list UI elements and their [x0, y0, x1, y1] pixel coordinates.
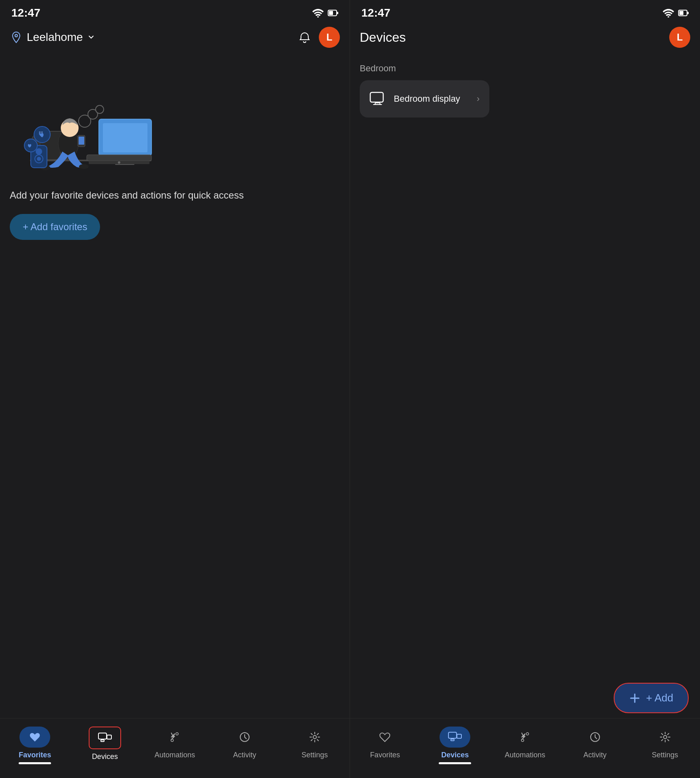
svg-rect-49	[448, 732, 457, 738]
right-nav-automations[interactable]: Automations	[490, 723, 560, 763]
right-nav-automations-label: Automations	[505, 751, 545, 759]
right-battery-icon	[678, 10, 689, 16]
left-nav-activity[interactable]: Activity	[210, 723, 280, 763]
right-nav-activity-label: Activity	[583, 751, 606, 759]
wifi-icon	[312, 9, 324, 17]
svg-point-56	[664, 735, 667, 739]
right-nav-settings[interactable]: Settings	[630, 723, 700, 763]
activity-icon	[238, 731, 251, 744]
right-nav-devices-label: Devices	[441, 751, 469, 759]
device-name: Bedroom display	[394, 93, 460, 105]
right-avatar[interactable]: L	[669, 27, 690, 48]
svg-point-28	[37, 157, 41, 161]
svg-point-4	[15, 34, 17, 37]
left-nav-devices[interactable]: Devices	[70, 723, 140, 764]
left-nav-settings[interactable]: Settings	[280, 723, 350, 763]
right-nav-devices[interactable]: Devices	[420, 723, 490, 763]
right-bottom-nav: Favorites Devices	[350, 718, 700, 778]
right-time: 12:47	[361, 6, 391, 19]
svg-rect-43	[687, 12, 689, 14]
right-activity-icon	[589, 731, 602, 744]
left-avatar[interactable]: L	[319, 27, 340, 48]
right-page-title: Devices	[360, 30, 406, 45]
left-time: 12:47	[11, 6, 41, 19]
svg-rect-2	[329, 11, 333, 15]
left-header: Leelahome L	[0, 23, 350, 52]
right-status-bar: 12:47	[350, 0, 700, 23]
settings-icon	[308, 731, 321, 744]
svg-rect-34	[101, 740, 104, 742]
favorites-icon	[28, 731, 41, 744]
left-status-icons	[312, 9, 338, 17]
svg-rect-10	[87, 155, 152, 161]
location-pin-icon	[10, 31, 23, 44]
right-favorites-icon	[378, 731, 391, 744]
device-info: Bedroom display	[369, 92, 460, 106]
svg-point-54	[521, 739, 524, 742]
svg-rect-24	[79, 137, 84, 145]
bell-icon[interactable]	[299, 31, 311, 43]
automations-icon-container	[159, 727, 190, 748]
left-nav-favorites[interactable]: Favorites	[0, 723, 70, 763]
settings-icon-container	[299, 727, 330, 748]
right-nav-favorites[interactable]: Favorites	[350, 723, 420, 763]
svg-point-18	[79, 164, 89, 169]
left-bottom-nav: Favorites Devices	[0, 718, 350, 778]
left-nav-favorites-label: Favorites	[19, 751, 51, 759]
svg-point-40	[668, 16, 669, 17]
right-nav-settings-label: Settings	[652, 751, 678, 759]
battery-icon	[328, 10, 338, 16]
left-nav-automations-label: Automations	[154, 751, 195, 759]
left-nav-settings-label: Settings	[301, 751, 328, 759]
right-automations-icon-container	[510, 727, 540, 748]
automations-icon	[168, 731, 181, 744]
left-nav-automations[interactable]: Automations	[140, 723, 210, 763]
right-devices-icon	[448, 731, 462, 743]
add-device-button[interactable]: + Add	[614, 683, 689, 713]
svg-point-39	[313, 735, 316, 739]
add-favorites-description: Add your favorite devices and actions fo…	[10, 190, 244, 201]
right-nav-activity[interactable]: Activity	[560, 723, 630, 763]
left-nav-underline	[19, 762, 51, 764]
svg-point-53	[526, 733, 529, 735]
left-phone: 12:47	[0, 0, 350, 778]
right-nav-favorites-label: Favorites	[370, 751, 400, 759]
left-nav-activity-label: Activity	[233, 751, 256, 759]
svg-rect-51	[451, 739, 454, 741]
left-header-left[interactable]: Leelahome	[10, 31, 95, 44]
left-status-bar: 12:47	[0, 0, 350, 23]
illustration	[10, 66, 164, 180]
add-icon	[629, 693, 640, 704]
home-name: Leelahome	[27, 31, 83, 44]
right-automations-icon	[519, 731, 531, 744]
left-header-right: L	[299, 27, 340, 48]
right-main-content: Bedroom Bedroom display ›	[350, 52, 700, 718]
illustration-container: Add your favorite devices and actions fo…	[10, 60, 340, 246]
svg-point-0	[317, 16, 319, 17]
devices-icon	[98, 732, 112, 744]
bedroom-display-card[interactable]: Bedroom display ›	[360, 80, 489, 118]
svg-rect-33	[107, 735, 111, 739]
left-nav-devices-label: Devices	[92, 752, 118, 761]
svg-rect-32	[98, 733, 107, 739]
right-wifi-icon	[663, 9, 674, 17]
svg-point-36	[176, 733, 178, 735]
add-favorites-button[interactable]: + Add favorites	[10, 214, 100, 240]
right-activity-icon-container	[580, 727, 610, 748]
right-status-icons	[663, 9, 689, 17]
chevron-down-icon	[87, 33, 95, 41]
right-nav-underline	[439, 762, 471, 764]
room-label: Bedroom	[360, 63, 690, 74]
svg-point-26	[36, 148, 42, 155]
svg-rect-50	[457, 734, 461, 738]
add-button-label: + Add	[646, 692, 673, 704]
right-settings-icon	[659, 731, 672, 744]
svg-point-22	[96, 105, 104, 113]
svg-rect-3	[337, 12, 338, 14]
left-main-content: Add your favorite devices and actions fo…	[0, 52, 350, 718]
svg-rect-7	[103, 123, 147, 152]
favorites-icon-container	[19, 727, 50, 748]
svg-point-12	[118, 161, 120, 164]
devices-panel: Bedroom Bedroom display ›	[360, 60, 690, 121]
right-settings-icon-container	[650, 727, 681, 748]
